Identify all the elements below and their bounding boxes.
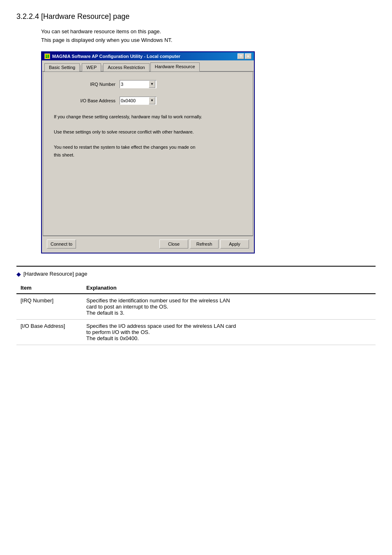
section-divider bbox=[16, 266, 376, 267]
svg-rect-2 bbox=[48, 55, 49, 58]
section-title-text: [Hardware Resource] page bbox=[23, 271, 87, 277]
diamond-icon: ◆ bbox=[16, 271, 21, 277]
table-cell-explanation: Specifies the identification number used… bbox=[82, 294, 376, 320]
svg-rect-1 bbox=[46, 55, 47, 56]
io-value: 0x0400 bbox=[121, 98, 149, 103]
irq-value: 3 bbox=[121, 82, 149, 87]
warning-text: If you change these setting carelessly, … bbox=[54, 113, 246, 159]
table-cell-explanation: Specifies the I/O address space used for… bbox=[82, 319, 376, 345]
dialog-window: MAGNIA Software AP Configuration Utility… bbox=[41, 51, 255, 253]
tab-bar: Basic Setting WEP Access Restriction Har… bbox=[42, 60, 254, 71]
apply-button[interactable]: Apply bbox=[220, 240, 249, 249]
tab-hardware-resource[interactable]: Hardware Resource bbox=[150, 62, 200, 71]
col-header-explanation: Explanation bbox=[82, 282, 376, 294]
section-title: ◆ [Hardware Resource] page bbox=[16, 271, 376, 277]
irq-row: IRQ Number 3 ▼ bbox=[66, 80, 246, 88]
close-button[interactable]: Close bbox=[159, 240, 188, 249]
connect-to-button[interactable]: Connect to bbox=[47, 240, 76, 249]
help-button[interactable]: ? bbox=[238, 53, 244, 59]
irq-label: IRQ Number bbox=[66, 82, 115, 87]
page-heading: 3.2.2.4 [Hardware Resource] page bbox=[16, 12, 376, 21]
dialog-title: MAGNIA Software AP Configuration Utility… bbox=[52, 54, 180, 59]
tab-separator-1 bbox=[81, 65, 81, 71]
svg-rect-0 bbox=[46, 56, 47, 58]
tab-basic-setting[interactable]: Basic Setting bbox=[44, 63, 80, 71]
irq-dropdown-arrow[interactable]: ▼ bbox=[149, 81, 155, 88]
dialog-titlebar: MAGNIA Software AP Configuration Utility… bbox=[42, 52, 254, 60]
io-row: I/O Base Address 0x0400 ▼ bbox=[66, 97, 246, 105]
tab-wep[interactable]: WEP bbox=[82, 63, 101, 71]
description-line1: You can set hardware resource items on t… bbox=[41, 28, 376, 36]
app-icon bbox=[44, 53, 50, 59]
col-header-item: Item bbox=[16, 282, 82, 294]
info-table: Item Explanation [IRQ Number]Specifies t… bbox=[16, 282, 376, 345]
table-row: [IRQ Number]Specifies the identification… bbox=[16, 294, 376, 320]
tab-access-restriction[interactable]: Access Restriction bbox=[103, 63, 149, 71]
io-select[interactable]: 0x0400 ▼ bbox=[120, 97, 157, 105]
warning-line3: You need to restart the system to take e… bbox=[54, 143, 246, 151]
io-dropdown-arrow[interactable]: ▼ bbox=[149, 97, 155, 104]
tab-separator-2 bbox=[102, 65, 102, 71]
table-cell-item: [IRQ Number] bbox=[16, 294, 82, 320]
table-row: [I/O Base Address]Specifies the I/O addr… bbox=[16, 319, 376, 345]
dialog-content: IRQ Number 3 ▼ I/O Base Address 0x0400 ▼… bbox=[43, 71, 253, 236]
table-body: [IRQ Number]Specifies the identification… bbox=[16, 294, 376, 345]
warning-line3b: this sheet. bbox=[54, 151, 246, 159]
irq-select[interactable]: 3 ▼ bbox=[120, 80, 157, 88]
io-label: I/O Base Address bbox=[66, 98, 115, 103]
dialog-buttons: Connect to Close Refresh Apply bbox=[43, 236, 253, 252]
page-description: You can set hardware resource items on t… bbox=[41, 28, 376, 45]
table-cell-item: [I/O Base Address] bbox=[16, 319, 82, 345]
description-line2: This page is displayed only when you use… bbox=[41, 36, 376, 45]
warning-line1: If you change these setting carelessly, … bbox=[54, 113, 246, 121]
warning-line2: Use these settings only to solve resourc… bbox=[54, 128, 246, 136]
close-title-button[interactable]: × bbox=[245, 53, 251, 59]
refresh-button[interactable]: Refresh bbox=[190, 240, 219, 249]
table-header: Item Explanation bbox=[16, 282, 376, 294]
